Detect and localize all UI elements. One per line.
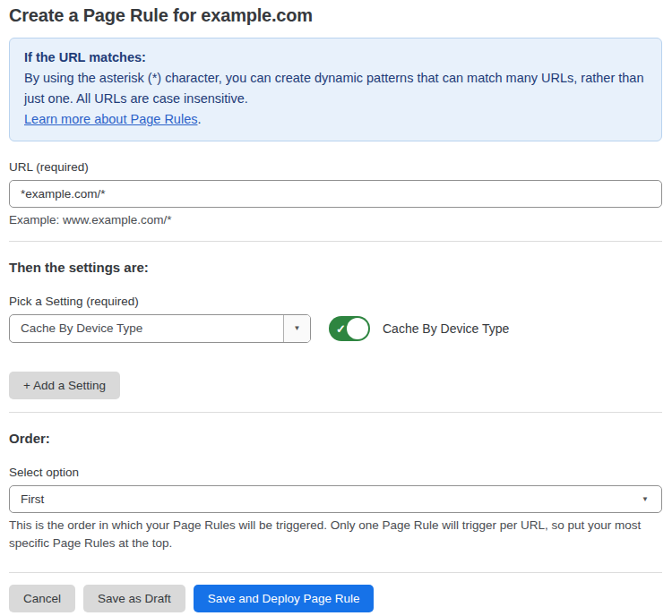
url-input[interactable] bbox=[9, 180, 662, 208]
info-box-link-line: Learn more about Page Rules. bbox=[24, 109, 647, 130]
settings-section-heading: Then the settings are: bbox=[9, 260, 662, 275]
save-as-draft-button[interactable]: Save as Draft bbox=[83, 585, 185, 612]
order-select-label: Select option bbox=[9, 466, 662, 479]
order-select[interactable]: First ▼ bbox=[9, 485, 662, 513]
toggle-knob bbox=[347, 318, 368, 339]
cache-by-device-type-toggle[interactable]: ✓ bbox=[329, 316, 370, 341]
order-hint: This is the order in which your Page Rul… bbox=[9, 517, 662, 552]
divider bbox=[9, 572, 662, 573]
setting-dropdown[interactable]: Cache By Device Type ▼ bbox=[9, 314, 311, 343]
setting-controls-row: Cache By Device Type ▼ ✓ Cache By Device… bbox=[9, 314, 662, 343]
setting-toggle-group: ✓ Cache By Device Type bbox=[329, 316, 509, 341]
learn-more-link[interactable]: Learn more about Page Rules bbox=[24, 112, 197, 126]
footer-action-bar: Cancel Save as Draft Save and Deploy Pag… bbox=[9, 585, 662, 612]
url-field-label: URL (required) bbox=[9, 160, 662, 174]
page-rule-form: Create a Page Rule for example.com If th… bbox=[0, 0, 672, 616]
divider bbox=[9, 241, 662, 242]
page-title: Create a Page Rule for example.com bbox=[9, 5, 662, 26]
cancel-button[interactable]: Cancel bbox=[9, 585, 75, 612]
url-field-hint: Example: www.example.com/* bbox=[9, 213, 662, 227]
setting-toggle-label: Cache By Device Type bbox=[383, 321, 509, 336]
add-setting-button[interactable]: + Add a Setting bbox=[9, 372, 120, 399]
setting-picker-label: Pick a Setting (required) bbox=[9, 295, 662, 308]
check-icon: ✓ bbox=[336, 323, 346, 335]
order-section-heading: Order: bbox=[9, 431, 662, 446]
link-suffix: . bbox=[197, 112, 201, 126]
setting-dropdown-value: Cache By Device Type bbox=[10, 315, 283, 342]
divider bbox=[9, 412, 662, 413]
url-match-info-box: If the URL matches: By using the asteris… bbox=[9, 38, 662, 141]
chevron-down-icon: ▼ bbox=[294, 325, 301, 332]
chevron-down-icon: ▼ bbox=[642, 496, 649, 503]
order-select-value: First bbox=[21, 492, 44, 506]
setting-dropdown-arrow-button[interactable]: ▼ bbox=[283, 315, 310, 342]
info-box-body: By using the asterisk (*) character, you… bbox=[24, 68, 647, 109]
info-box-heading: If the URL matches: bbox=[24, 47, 647, 68]
save-and-deploy-button[interactable]: Save and Deploy Page Rule bbox=[194, 585, 375, 612]
